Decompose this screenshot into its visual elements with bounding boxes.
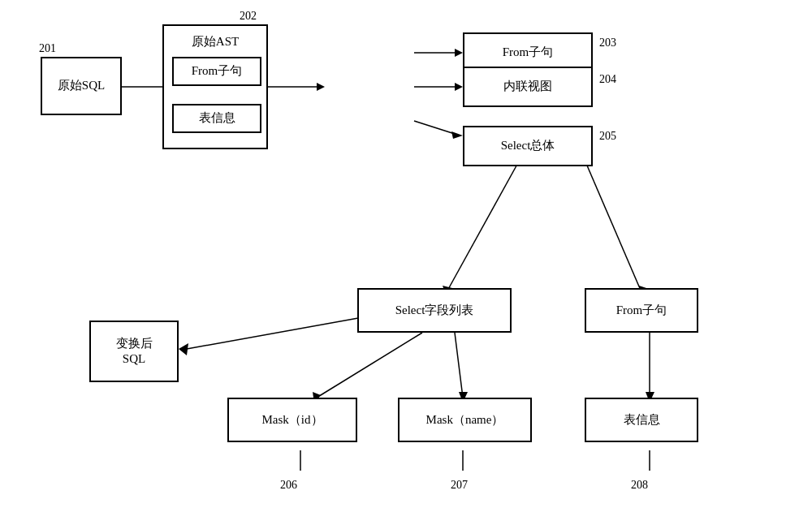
- mask-name-box: Mask（name）: [398, 398, 532, 442]
- diagram: 原始SQL 201 原始AST From子句 表信息 202 From子句 20…: [0, 0, 812, 525]
- label-201: 201: [39, 42, 56, 55]
- svg-marker-7: [455, 83, 463, 91]
- select-total-box: Select总体: [463, 126, 593, 166]
- svg-line-18: [455, 333, 463, 398]
- transformed-sql-box: 变换后 SQL: [89, 321, 179, 382]
- svg-line-10: [447, 160, 520, 292]
- inner-view-box: 内联视图: [463, 67, 593, 107]
- original-ast-box: 原始AST From子句 表信息: [162, 24, 268, 149]
- ast-table-label: 表信息: [199, 110, 235, 127]
- label-204: 204: [599, 73, 616, 86]
- from-clause-label: From子句: [503, 45, 554, 61]
- original-ast-label: 原始AST: [164, 34, 266, 50]
- ast-table-box: 表信息: [172, 104, 261, 133]
- label-208: 208: [631, 479, 648, 492]
- svg-marker-3: [317, 83, 325, 91]
- label-206: 206: [280, 479, 297, 492]
- from-clause2-box: From子句: [585, 288, 698, 333]
- label-203: 203: [599, 37, 616, 49]
- label-202: 202: [240, 10, 257, 23]
- select-fields-label: Select字段列表: [395, 303, 474, 319]
- select-total-label: Select总体: [501, 138, 555, 154]
- svg-line-16: [317, 333, 422, 398]
- table-info-box: 表信息: [585, 398, 698, 442]
- from-clause2-label: From子句: [616, 303, 667, 319]
- ast-from-box: From子句: [172, 57, 261, 86]
- transformed-sql-label: 变换后 SQL: [116, 336, 153, 368]
- svg-marker-15: [179, 343, 188, 355]
- original-sql-label: 原始SQL: [58, 78, 105, 94]
- table-info-label: 表信息: [624, 412, 660, 428]
- mask-id-label: Mask（id）: [262, 412, 323, 428]
- label-205: 205: [599, 130, 616, 143]
- inner-view-label: 内联视图: [503, 79, 552, 95]
- svg-line-12: [585, 160, 641, 292]
- ast-from-label: From子句: [192, 63, 243, 80]
- svg-line-8: [414, 121, 455, 134]
- original-sql-box: 原始SQL: [41, 57, 122, 115]
- arrows-svg: [0, 0, 812, 525]
- mask-id-box: Mask（id）: [227, 398, 357, 442]
- mask-name-label: Mask（name）: [426, 412, 504, 428]
- svg-marker-9: [451, 131, 463, 139]
- svg-marker-5: [455, 49, 463, 57]
- select-fields-box: Select字段列表: [357, 288, 512, 333]
- label-207: 207: [451, 479, 468, 492]
